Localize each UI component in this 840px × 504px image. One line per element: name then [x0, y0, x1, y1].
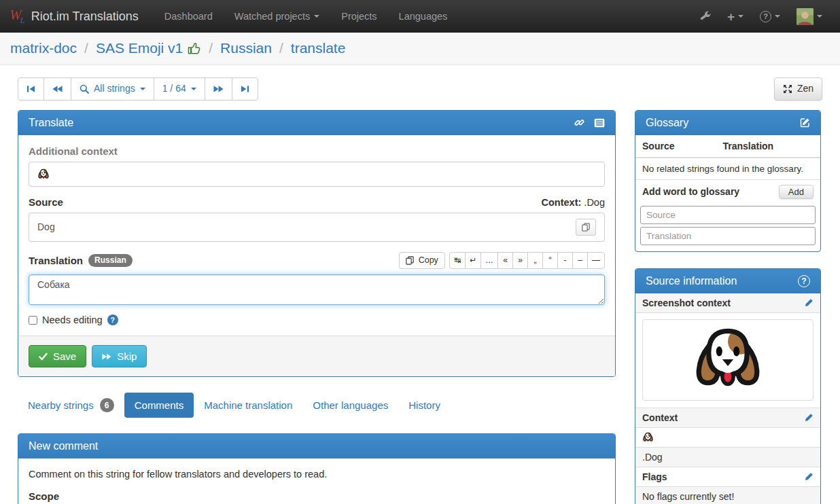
glossary-body: Source Translation No related strings fo… [635, 135, 820, 251]
user-menu-button[interactable] [788, 3, 830, 31]
translation-label: Translation [29, 255, 83, 266]
chevron-down-icon [191, 88, 196, 90]
detail-tabs: Nearby strings 6 Comments Machine transl… [18, 391, 616, 419]
flags-label: Flags [642, 471, 667, 482]
permalink-icon[interactable] [574, 118, 584, 128]
tab-label: Nearby strings [28, 399, 94, 411]
new-comment-panel: New comment Comment on this string for f… [18, 433, 616, 504]
tab-label: Machine translation [204, 399, 292, 411]
needs-editing-help-icon[interactable]: ? [107, 314, 118, 325]
help-menu-button[interactable]: ? [752, 5, 788, 28]
skip-label: Skip [117, 350, 137, 362]
insert-tab-button[interactable]: ↹ [449, 252, 466, 270]
copy-icon [582, 223, 590, 232]
skip-button[interactable]: Skip [92, 345, 147, 367]
tab-comments[interactable]: Comments [124, 393, 194, 418]
string-list-icon[interactable] [594, 118, 605, 128]
edit-glossary-icon[interactable] [800, 118, 810, 128]
brand-link[interactable]: WL Riot.im Translations [10, 8, 139, 24]
screenshot-context-row: Screenshot context [635, 293, 820, 312]
breadcrumb-page[interactable]: translate [291, 40, 346, 56]
fast-backward-icon [52, 85, 63, 93]
save-button[interactable]: Save [29, 345, 86, 367]
translate-panel-title: Translate [29, 117, 73, 129]
context-section-label: Context [642, 412, 678, 423]
copy-source-button[interactable] [576, 219, 596, 236]
needs-editing-checkbox[interactable] [29, 316, 37, 325]
question-circle-icon: ? [760, 11, 771, 22]
filter-strings-button[interactable]: All strings [71, 77, 154, 101]
context-value-row: .Dog [635, 447, 820, 467]
position-dropdown-button[interactable]: 1 / 64 [154, 77, 205, 101]
scope-label: Scope [29, 490, 605, 502]
translation-textarea[interactable]: Собака [29, 274, 605, 305]
weblate-logo-icon: WL [10, 8, 25, 24]
nav-item-projects[interactable]: Projects [330, 0, 387, 33]
translate-panel-body: Additional context Source Context: .Dog … [18, 135, 615, 336]
breadcrumb-component[interactable]: SAS Emoji v1 [96, 40, 183, 56]
fullscreen-icon [783, 84, 792, 94]
insert-ellipsis-button[interactable]: … [480, 252, 498, 270]
context-emoji-row [635, 427, 820, 447]
nav-item-watched-projects[interactable]: Watched projects [224, 0, 330, 33]
admin-wrench-button[interactable] [692, 5, 719, 27]
insert-right-guillemet-button[interactable]: » [512, 252, 528, 270]
new-comment-title: New comment [29, 440, 98, 452]
additional-context-label: Additional context [29, 145, 605, 157]
tab-other-languages[interactable]: Other languages [302, 393, 398, 418]
insert-left-guillemet-button[interactable]: « [497, 252, 513, 270]
pagination-group: All strings 1 / 64 [18, 77, 258, 101]
tab-label: History [408, 399, 440, 411]
edit-flags-icon[interactable] [805, 472, 813, 481]
screenshot-context-image[interactable] [642, 319, 813, 401]
needs-editing-label: Needs editing [42, 314, 103, 325]
insert-endash-button[interactable]: – [572, 252, 588, 270]
edit-screenshot-icon[interactable] [805, 298, 813, 307]
source-string-text: Dog [37, 221, 55, 232]
insert-emdash-button[interactable]: — [587, 252, 605, 270]
tab-history[interactable]: History [398, 393, 451, 418]
context-value: .Dog [584, 197, 605, 208]
chevron-down-icon [738, 15, 743, 18]
glossary-add-button[interactable]: Add [779, 185, 813, 199]
nav-item-languages[interactable]: Languages [388, 0, 459, 33]
glossary-panel: Glossary Source Translation No related s… [635, 110, 821, 252]
last-string-button[interactable] [232, 77, 258, 101]
insert-low-quote-button[interactable]: „ [527, 252, 543, 270]
source-info-help-icon[interactable]: ? [798, 275, 810, 287]
glossary-translation-input[interactable] [640, 227, 816, 245]
copy-translation-button[interactable]: Copy [399, 252, 445, 270]
navbar-right: + ? [692, 3, 830, 31]
first-string-button[interactable] [18, 77, 44, 101]
source-label: Source [29, 196, 63, 208]
flags-value-row: No flags currently set! [635, 486, 820, 504]
source-info-title: Source information [646, 275, 737, 287]
language-badge: Russian [88, 254, 133, 267]
dog-emoji-icon [642, 432, 654, 443]
nearby-count-badge: 6 [100, 398, 114, 412]
tab-machine-translation[interactable]: Machine translation [194, 393, 302, 418]
chevron-down-icon [314, 15, 319, 18]
insert-high-quote-button[interactable]: “ [542, 252, 558, 270]
insert-newline-button[interactable]: ↵ [465, 252, 481, 270]
search-icon [80, 84, 89, 94]
new-comment-body: Comment on this string for fellow transl… [18, 458, 615, 504]
next-string-button[interactable] [205, 77, 232, 101]
tab-nearby-strings[interactable]: Nearby strings 6 [18, 391, 124, 419]
nav-item-dashboard[interactable]: Dashboard [154, 0, 224, 33]
add-menu-button[interactable]: + [719, 5, 752, 29]
glossary-empty-message: No related strings found in the glossary… [635, 158, 820, 180]
glossary-heading: Glossary [635, 111, 820, 135]
previous-string-button[interactable] [43, 77, 71, 101]
insert-hyphen-button[interactable]: - [557, 252, 573, 270]
breadcrumb-project[interactable]: matrix-doc [10, 40, 77, 56]
special-chars-group: ↹ ↵ … « » „ “ - – — [449, 252, 605, 270]
edit-context-icon[interactable] [805, 413, 813, 422]
breadcrumb: matrix-doc / SAS Emoji v1 / Russian / tr… [0, 33, 840, 65]
zen-mode-button[interactable]: Zen [774, 77, 822, 101]
breadcrumb-language[interactable]: Russian [220, 40, 272, 56]
thumbs-up-icon [188, 41, 201, 55]
glossary-source-input[interactable] [640, 206, 816, 224]
breadcrumb-separator: / [84, 40, 88, 56]
skip-forward-icon [102, 353, 111, 361]
